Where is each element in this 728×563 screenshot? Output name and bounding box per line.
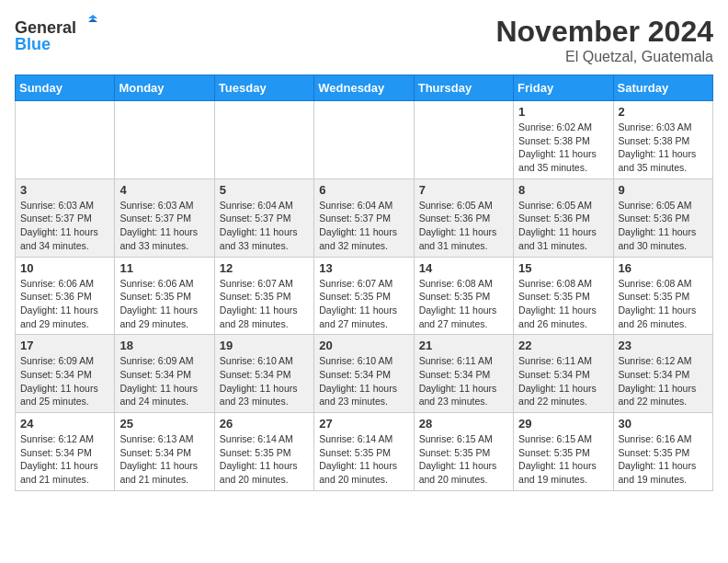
- day-number: 18: [119, 339, 209, 352]
- day-info: Sunrise: 6:05 AM Sunset: 5:36 PM Dayligh…: [419, 199, 508, 253]
- day-number: 14: [419, 261, 508, 275]
- day-number: 15: [518, 261, 608, 275]
- table-cell: 10Sunrise: 6:06 AM Sunset: 5:36 PM Dayli…: [16, 257, 115, 335]
- day-number: 29: [518, 417, 608, 431]
- table-cell: [414, 101, 513, 179]
- day-number: 24: [20, 417, 109, 431]
- day-info: Sunrise: 6:13 AM Sunset: 5:34 PM Dayligh…: [119, 432, 209, 487]
- table-cell: 19Sunrise: 6:10 AM Sunset: 5:34 PM Dayli…: [214, 335, 313, 413]
- day-number: 6: [319, 183, 408, 197]
- col-thursday: Thursday: [414, 75, 513, 101]
- location: El Quetzal, Guatemala: [495, 49, 713, 65]
- week-row-5: 24Sunrise: 6:12 AM Sunset: 5:34 PM Dayli…: [16, 413, 713, 491]
- day-number: 20: [319, 339, 408, 352]
- svg-text:Blue: Blue: [15, 35, 51, 53]
- col-friday: Friday: [514, 75, 613, 101]
- table-cell: 8Sunrise: 6:05 AM Sunset: 5:36 PM Daylig…: [514, 178, 613, 257]
- table-cell: 30Sunrise: 6:16 AM Sunset: 5:35 PM Dayli…: [613, 413, 712, 491]
- day-info: Sunrise: 6:09 AM Sunset: 5:34 PM Dayligh…: [119, 354, 209, 408]
- day-info: Sunrise: 6:05 AM Sunset: 5:36 PM Dayligh…: [619, 199, 708, 253]
- logo-svg: General Blue: [15, 15, 97, 55]
- day-info: Sunrise: 6:12 AM Sunset: 5:34 PM Dayligh…: [20, 432, 109, 487]
- day-info: Sunrise: 6:07 AM Sunset: 5:35 PM Dayligh…: [319, 277, 408, 331]
- day-number: 16: [619, 261, 708, 275]
- day-number: 11: [119, 261, 209, 275]
- col-tuesday: Tuesday: [214, 75, 313, 101]
- day-number: 27: [319, 417, 408, 431]
- week-row-2: 3Sunrise: 6:03 AM Sunset: 5:37 PM Daylig…: [16, 178, 713, 257]
- table-cell: 21Sunrise: 6:11 AM Sunset: 5:34 PM Dayli…: [414, 335, 513, 413]
- title-area: November 2024 El Quetzal, Guatemala: [495, 15, 713, 65]
- col-monday: Monday: [115, 75, 214, 101]
- table-cell: 29Sunrise: 6:15 AM Sunset: 5:35 PM Dayli…: [514, 413, 613, 491]
- table-cell: [314, 101, 414, 179]
- col-wednesday: Wednesday: [314, 75, 414, 101]
- day-number: 26: [220, 417, 309, 431]
- table-cell: 16Sunrise: 6:08 AM Sunset: 5:35 PM Dayli…: [613, 257, 712, 335]
- day-info: Sunrise: 6:09 AM Sunset: 5:34 PM Dayligh…: [20, 354, 109, 408]
- day-number: 10: [20, 261, 109, 275]
- day-number: 23: [619, 339, 708, 352]
- header: General Blue November 2024 El Quetzal, G…: [15, 15, 713, 65]
- col-sunday: Sunday: [16, 75, 115, 101]
- day-info: Sunrise: 6:02 AM Sunset: 5:38 PM Dayligh…: [518, 121, 608, 175]
- day-number: 21: [419, 339, 508, 352]
- table-cell: 20Sunrise: 6:10 AM Sunset: 5:34 PM Dayli…: [314, 335, 414, 413]
- day-number: 5: [220, 183, 309, 197]
- table-cell: 18Sunrise: 6:09 AM Sunset: 5:34 PM Dayli…: [115, 335, 214, 413]
- day-number: 19: [220, 339, 309, 352]
- table-cell: 27Sunrise: 6:14 AM Sunset: 5:35 PM Dayli…: [314, 413, 414, 491]
- day-number: 7: [419, 183, 508, 197]
- day-info: Sunrise: 6:03 AM Sunset: 5:37 PM Dayligh…: [20, 199, 109, 253]
- table-cell: 25Sunrise: 6:13 AM Sunset: 5:34 PM Dayli…: [115, 413, 214, 491]
- day-info: Sunrise: 6:03 AM Sunset: 5:37 PM Dayligh…: [119, 199, 209, 253]
- day-info: Sunrise: 6:12 AM Sunset: 5:34 PM Dayligh…: [619, 354, 708, 408]
- table-cell: 4Sunrise: 6:03 AM Sunset: 5:37 PM Daylig…: [115, 178, 214, 257]
- table-cell: 11Sunrise: 6:06 AM Sunset: 5:35 PM Dayli…: [115, 257, 214, 335]
- day-info: Sunrise: 6:04 AM Sunset: 5:37 PM Dayligh…: [220, 199, 309, 253]
- table-cell: 12Sunrise: 6:07 AM Sunset: 5:35 PM Dayli…: [214, 257, 313, 335]
- page: General Blue November 2024 El Quetzal, G…: [0, 0, 728, 506]
- day-number: 13: [319, 261, 408, 275]
- day-info: Sunrise: 6:08 AM Sunset: 5:35 PM Dayligh…: [518, 277, 608, 331]
- week-row-3: 10Sunrise: 6:06 AM Sunset: 5:36 PM Dayli…: [16, 257, 713, 335]
- table-cell: 13Sunrise: 6:07 AM Sunset: 5:35 PM Dayli…: [314, 257, 414, 335]
- day-info: Sunrise: 6:08 AM Sunset: 5:35 PM Dayligh…: [419, 277, 508, 331]
- day-info: Sunrise: 6:10 AM Sunset: 5:34 PM Dayligh…: [220, 354, 309, 408]
- table-cell: 6Sunrise: 6:04 AM Sunset: 5:37 PM Daylig…: [314, 178, 414, 257]
- table-cell: 2Sunrise: 6:03 AM Sunset: 5:38 PM Daylig…: [613, 101, 712, 179]
- day-info: Sunrise: 6:06 AM Sunset: 5:36 PM Dayligh…: [20, 277, 109, 331]
- day-number: 28: [419, 417, 508, 431]
- table-cell: [214, 101, 313, 179]
- day-info: Sunrise: 6:11 AM Sunset: 5:34 PM Dayligh…: [419, 354, 508, 408]
- svg-text:General: General: [15, 18, 76, 37]
- day-info: Sunrise: 6:15 AM Sunset: 5:35 PM Dayligh…: [419, 432, 508, 487]
- weekday-header-row: Sunday Monday Tuesday Wednesday Thursday…: [16, 75, 713, 101]
- day-info: Sunrise: 6:03 AM Sunset: 5:38 PM Dayligh…: [619, 121, 708, 175]
- table-cell: 26Sunrise: 6:14 AM Sunset: 5:35 PM Dayli…: [214, 413, 313, 491]
- day-number: 17: [20, 339, 109, 352]
- table-cell: 24Sunrise: 6:12 AM Sunset: 5:34 PM Dayli…: [16, 413, 115, 491]
- day-info: Sunrise: 6:14 AM Sunset: 5:35 PM Dayligh…: [319, 432, 408, 487]
- day-number: 1: [518, 105, 608, 119]
- day-info: Sunrise: 6:16 AM Sunset: 5:35 PM Dayligh…: [619, 432, 708, 487]
- day-number: 8: [518, 183, 608, 197]
- day-number: 12: [220, 261, 309, 275]
- day-info: Sunrise: 6:15 AM Sunset: 5:35 PM Dayligh…: [518, 432, 608, 487]
- table-cell: 9Sunrise: 6:05 AM Sunset: 5:36 PM Daylig…: [613, 178, 712, 257]
- day-number: 2: [619, 105, 708, 119]
- table-cell: [16, 101, 115, 179]
- day-info: Sunrise: 6:11 AM Sunset: 5:34 PM Dayligh…: [518, 354, 608, 408]
- day-number: 25: [119, 417, 209, 431]
- table-cell: 3Sunrise: 6:03 AM Sunset: 5:37 PM Daylig…: [16, 178, 115, 257]
- table-cell: 23Sunrise: 6:12 AM Sunset: 5:34 PM Dayli…: [613, 335, 712, 413]
- day-info: Sunrise: 6:10 AM Sunset: 5:34 PM Dayligh…: [319, 354, 408, 408]
- calendar: Sunday Monday Tuesday Wednesday Thursday…: [15, 75, 713, 491]
- day-info: Sunrise: 6:08 AM Sunset: 5:35 PM Dayligh…: [619, 277, 708, 331]
- table-cell: 5Sunrise: 6:04 AM Sunset: 5:37 PM Daylig…: [214, 178, 313, 257]
- svg-marker-3: [88, 18, 97, 22]
- day-info: Sunrise: 6:05 AM Sunset: 5:36 PM Dayligh…: [518, 199, 608, 253]
- table-cell: 7Sunrise: 6:05 AM Sunset: 5:36 PM Daylig…: [414, 178, 513, 257]
- day-info: Sunrise: 6:07 AM Sunset: 5:35 PM Dayligh…: [220, 277, 309, 331]
- day-number: 4: [119, 183, 209, 197]
